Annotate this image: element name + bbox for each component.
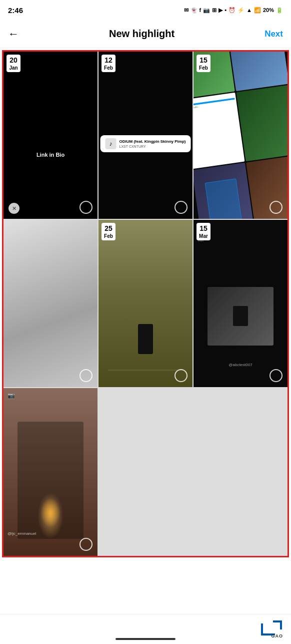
story-item-2[interactable]: 12 Feb ♪ ODIUM (feat. Kingpin Skinny Pim…: [98, 52, 192, 219]
music-title: ODIUM (feat. Kingpin Skinny Pimp): [120, 139, 186, 144]
username-7: @ljc_emmanuel: [8, 531, 36, 536]
status-time: 2:46: [8, 6, 23, 15]
instagram-icon: 📷: [203, 7, 210, 14]
date-badge-2: 12 Feb: [102, 55, 116, 72]
battery-label: 20%: [263, 7, 274, 13]
back-button[interactable]: ←: [8, 28, 19, 41]
story-item-5[interactable]: 25 Feb: [98, 220, 192, 387]
camera-icon-7: 📷: [8, 392, 15, 399]
select-circle-1[interactable]: [80, 201, 92, 214]
battery-icon: 🔋: [276, 7, 283, 14]
wifi-icon: ▲: [246, 7, 252, 13]
facebook-icon: f: [200, 7, 202, 13]
story-item-4[interactable]: [4, 220, 98, 387]
message-icon: ✉: [184, 7, 188, 14]
music-info: ODIUM (feat. Kingpin Skinny Pimp) LXST C…: [120, 139, 186, 148]
story-item-3[interactable]: 15 Feb Audio Crystal Audio: [194, 52, 288, 219]
date-badge-6: 15 Mar: [196, 223, 210, 240]
date-badge-5: 25 Feb: [102, 223, 116, 240]
dot-icon: •: [224, 7, 226, 13]
next-button[interactable]: Next: [264, 29, 283, 39]
item7-frame: [18, 422, 84, 539]
snapchat-icon: 👻: [190, 7, 198, 14]
select-circle-2[interactable]: [174, 201, 188, 214]
signal-icon: 📶: [254, 7, 261, 14]
alarm-icon: ⏰: [228, 7, 236, 14]
youtube-icon: ▶: [218, 7, 222, 14]
date-badge-1: 20 Jan: [6, 55, 20, 72]
grid-icon: ⊞: [212, 7, 216, 14]
username-6: @abctest007: [228, 363, 252, 367]
story-item-7[interactable]: 📷 @ljc_emmanuel: [4, 388, 98, 555]
bluetooth-icon: ⚡: [238, 7, 244, 14]
story-item-1[interactable]: 20 Jan Link in Bio ✕: [4, 52, 98, 219]
home-indicator: [116, 638, 176, 640]
select-circle-7[interactable]: [80, 538, 92, 551]
page-title: New highlight: [109, 28, 174, 40]
stories-grid: 20 Jan Link in Bio ✕ 12 Feb ♪ ODIUM (fea…: [2, 50, 289, 557]
gao-logo: GAO: [261, 620, 283, 638]
select-circle-6[interactable]: [270, 369, 282, 382]
gao-text: GAO: [271, 633, 283, 638]
story-text-1: Link in Bio: [32, 149, 70, 160]
x-badge: ✕: [8, 203, 20, 214]
status-bar: 2:46 ✉ 👻 f 📷 ⊞ ▶ • ⏰ ⚡ ▲ 📶 20% 🔋: [0, 0, 291, 20]
music-artist: LXST CXNTURY: [120, 145, 186, 148]
date-badge-3: 15 Feb: [196, 55, 210, 72]
story-item-6[interactable]: 15 Mar 📷 @abctest007: [194, 220, 288, 387]
music-card: ♪ ODIUM (feat. Kingpin Skinny Pimp) LXST…: [100, 135, 191, 152]
music-album-art: ♪: [106, 138, 116, 149]
header: ← New highlight Next: [0, 20, 291, 48]
status-icons: ✉ 👻 f 📷 ⊞ ▶ • ⏰ ⚡ ▲ 📶 20% 🔋: [184, 7, 283, 14]
